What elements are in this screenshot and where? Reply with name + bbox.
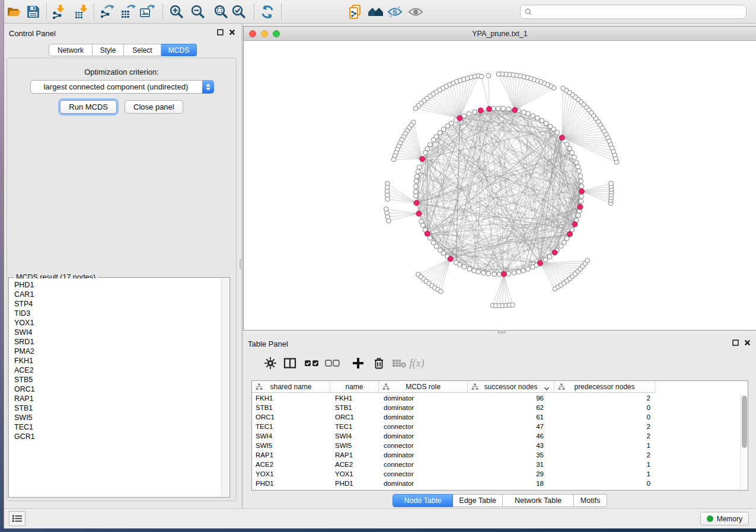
table-cell[interactable]: dominator <box>379 412 468 422</box>
settings-gear-icon[interactable] <box>261 354 279 372</box>
refresh-icon[interactable] <box>259 4 276 20</box>
mcds-result-node[interactable]: STB1 <box>9 403 221 413</box>
table-cell[interactable]: 35 <box>468 450 554 460</box>
table-row[interactable]: STB1STB1dominator620 <box>252 403 739 412</box>
table-cell[interactable]: connector <box>379 441 468 450</box>
open-session-icon[interactable] <box>5 4 23 20</box>
column-header-shared-name[interactable]: shared name <box>252 381 330 393</box>
mcds-result-node[interactable]: FKH1 <box>9 356 221 366</box>
table-cell[interactable]: FKH1 <box>252 393 330 403</box>
table-cell[interactable]: 0 <box>554 412 655 422</box>
mcds-result-node[interactable]: SWI4 <box>9 328 221 337</box>
table-row[interactable]: FKH1FKH1dominator962 <box>252 393 739 403</box>
table-cell[interactable]: TEC1 <box>252 422 330 431</box>
table-cell[interactable]: dominator <box>379 431 468 441</box>
table-cell[interactable]: dominator <box>379 403 468 412</box>
float-panel-icon[interactable] <box>217 29 224 36</box>
optimization-criterion-select[interactable]: largest connected component (undirected) <box>30 80 214 94</box>
table-cell[interactable]: 31 <box>468 460 554 469</box>
mcds-list-scrollbar[interactable] <box>221 278 229 496</box>
table-cell[interactable]: 29 <box>468 469 554 479</box>
mcds-result-node[interactable]: SRD1 <box>9 337 221 347</box>
mcds-result-node[interactable]: RAP1 <box>9 394 221 403</box>
save-session-icon[interactable] <box>24 4 42 20</box>
search-input[interactable] <box>532 6 746 18</box>
tab-style[interactable]: Style <box>92 44 124 56</box>
hide-selected-icon[interactable] <box>386 4 404 20</box>
tab-motifs[interactable]: Motifs <box>574 494 607 507</box>
table-scrollbar[interactable] <box>740 393 748 489</box>
export-image-icon[interactable] <box>138 4 156 20</box>
houses-icon[interactable] <box>366 4 384 20</box>
export-table-icon[interactable] <box>119 4 137 20</box>
close-panel-icon[interactable] <box>229 29 235 36</box>
table-cell[interactable]: PHD1 <box>330 479 379 488</box>
table-cell[interactable]: 2 <box>554 393 655 403</box>
table-cell[interactable]: 1 <box>554 469 655 479</box>
show-hidden-icon[interactable] <box>407 4 425 20</box>
table-cell[interactable]: ORC1 <box>252 412 330 422</box>
tab-edge-table[interactable]: Edge Table <box>453 494 503 507</box>
network-canvas[interactable] <box>244 41 756 330</box>
select-all-icon[interactable] <box>303 354 321 372</box>
table-cell[interactable]: 2 <box>554 431 655 441</box>
import-network-icon[interactable] <box>50 4 68 20</box>
tab-select[interactable]: Select <box>124 44 161 56</box>
mcds-result-node[interactable]: PHD1 <box>9 280 221 290</box>
export-network-icon[interactable] <box>98 4 116 20</box>
table-cell[interactable]: ACE2 <box>252 460 330 469</box>
table-cell[interactable]: dominator <box>379 479 468 488</box>
mcds-result-node[interactable]: TID3 <box>9 309 221 318</box>
column-header-name[interactable]: name <box>330 381 379 393</box>
column-header-successor-nodes[interactable]: successor nodes <box>468 381 554 393</box>
table-row[interactable]: RAP1RAP1dominator352 <box>252 450 739 460</box>
table-cell[interactable]: PHD1 <box>252 479 330 488</box>
zoom-fit-icon[interactable] <box>212 4 230 20</box>
mcds-result-node[interactable]: GCR1 <box>9 432 221 441</box>
split-panel-icon[interactable] <box>281 354 299 372</box>
run-mcds-button[interactable]: Run MCDS <box>60 100 117 114</box>
mcds-result-node[interactable]: STB5 <box>9 375 221 384</box>
table-cell[interactable]: 0 <box>554 403 655 412</box>
task-history-button[interactable] <box>9 511 25 526</box>
mcds-result-node[interactable]: ACE2 <box>9 366 221 375</box>
tab-node-table[interactable]: Node Table <box>393 494 453 507</box>
delete-column-icon[interactable] <box>370 354 388 372</box>
table-cell[interactable]: connector <box>379 469 468 479</box>
table-row[interactable]: SWI5SWI5connector431 <box>252 441 739 450</box>
zoom-selected-icon[interactable] <box>230 4 248 20</box>
table-cell[interactable]: SWI5 <box>252 441 330 450</box>
zoom-out-icon[interactable] <box>189 4 207 20</box>
table-cell[interactable]: 1 <box>554 441 655 450</box>
table-cell[interactable]: FKH1 <box>330 393 379 403</box>
table-cell[interactable]: SWI4 <box>252 431 330 441</box>
close-panel-button[interactable]: Close panel <box>125 100 183 114</box>
clone-network-icon[interactable] <box>346 4 364 20</box>
table-cell[interactable]: connector <box>379 460 468 469</box>
table-cell[interactable]: RAP1 <box>252 450 330 460</box>
mcds-result-node[interactable]: YOX1 <box>9 318 221 328</box>
mcds-result-node[interactable]: ORC1 <box>9 384 221 394</box>
table-cell[interactable]: connector <box>379 422 468 431</box>
mcds-result-node[interactable]: CAR1 <box>9 290 221 299</box>
table-cell[interactable]: 18 <box>468 479 554 488</box>
table-scrollbar-thumb[interactable] <box>742 396 747 448</box>
close-table-panel-icon[interactable] <box>744 339 751 346</box>
table-cell[interactable]: 0 <box>554 479 655 488</box>
column-header-predecessor-nodes[interactable]: predecessor nodes <box>554 381 655 393</box>
column-header-MCDS-role[interactable]: MCDS role <box>379 381 468 393</box>
mcds-result-node[interactable]: PMA2 <box>9 347 221 356</box>
table-cell[interactable]: 47 <box>468 422 554 431</box>
table-cell[interactable]: SWI4 <box>330 431 379 441</box>
table-cell[interactable]: dominator <box>379 393 468 403</box>
table-cell[interactable]: 1 <box>554 460 655 469</box>
table-cell[interactable]: YOX1 <box>330 469 379 479</box>
table-cell[interactable]: STB1 <box>330 403 379 412</box>
table-cell[interactable]: RAP1 <box>330 450 379 460</box>
float-table-panel-icon[interactable] <box>732 339 739 346</box>
horizontal-splitter-grip[interactable] <box>497 330 506 334</box>
import-table-icon[interactable] <box>73 4 91 20</box>
table-row[interactable]: TEC1TEC1connector472 <box>252 422 739 431</box>
table-cell[interactable]: YOX1 <box>252 469 330 479</box>
tab-network-table[interactable]: Network Table <box>503 494 574 507</box>
